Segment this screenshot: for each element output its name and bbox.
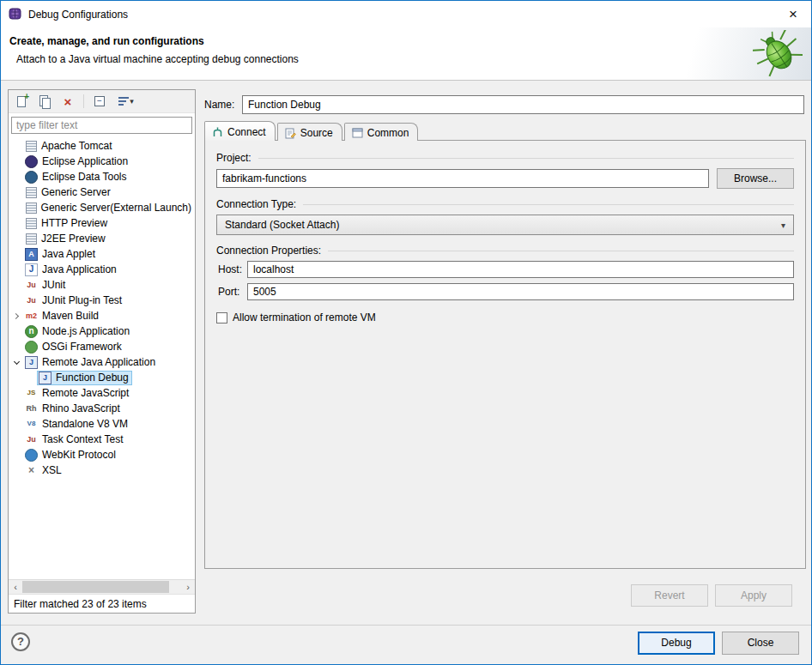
project-input[interactable] bbox=[216, 169, 709, 188]
tree-item[interactable]: Apache Tomcat bbox=[9, 138, 195, 154]
tree-item[interactable]: Generic Server bbox=[9, 184, 195, 200]
connection-type-section-label: Connection Type: bbox=[216, 198, 794, 210]
new-configuration-button[interactable]: + bbox=[14, 94, 29, 109]
toolbar-separator bbox=[83, 94, 84, 108]
connection-properties-section-label: Connection Properties: bbox=[216, 245, 794, 257]
browse-button[interactable]: Browse... bbox=[717, 168, 794, 189]
tree-item-label: Rhino JavaScript bbox=[42, 402, 120, 414]
tree-item[interactable]: HTTP Preview bbox=[9, 215, 195, 231]
chevron-down-icon: ▾ bbox=[781, 221, 785, 230]
tree-item-label: Function Debug bbox=[56, 372, 129, 384]
tree-item[interactable]: J2EE Preview bbox=[9, 231, 195, 246]
osgi-icon bbox=[25, 341, 38, 354]
tree-item[interactable]: Eclipse Application bbox=[9, 154, 195, 169]
rhino-icon: Rh bbox=[25, 402, 38, 415]
tree-item-label: Generic Server bbox=[41, 186, 111, 198]
tree-item-box: Generic Server(External Launch) bbox=[23, 201, 195, 215]
tree-item-box: ×XSL bbox=[23, 463, 65, 478]
scroll-left-icon[interactable]: ‹ bbox=[9, 581, 22, 594]
tree-item[interactable]: nNode.js Application bbox=[9, 323, 195, 339]
expander-cell[interactable] bbox=[10, 361, 23, 364]
revert-button[interactable]: Revert bbox=[631, 584, 708, 607]
duplicate-configuration-button[interactable] bbox=[37, 94, 52, 109]
tree-item[interactable]: Eclipse Data Tools bbox=[9, 169, 195, 184]
selected-tree-item-box: JFunction Debug bbox=[37, 371, 132, 385]
tree-item[interactable]: JJava Application bbox=[9, 262, 195, 277]
source-tab-icon bbox=[285, 128, 296, 139]
tree-item[interactable]: Generic Server(External Launch) bbox=[9, 200, 195, 215]
tab-connect-label: Connect bbox=[227, 126, 266, 138]
tree-item[interactable]: WebKit Protocol bbox=[9, 447, 195, 462]
host-input[interactable] bbox=[247, 261, 794, 278]
close-window-icon[interactable]: × bbox=[775, 1, 811, 27]
tree-item-label: JUnit Plug-in Test bbox=[42, 294, 122, 306]
name-input[interactable] bbox=[242, 95, 804, 114]
horizontal-scrollbar[interactable]: ‹ › bbox=[9, 579, 195, 594]
tree-item[interactable]: JuJUnit Plug-in Test bbox=[9, 293, 195, 308]
common-tab-icon bbox=[352, 128, 363, 138]
expander-cell[interactable] bbox=[10, 314, 23, 318]
server-icon bbox=[26, 187, 37, 198]
apply-button[interactable]: Apply bbox=[715, 584, 792, 607]
junit-plugin-icon: Ju bbox=[25, 294, 38, 307]
tree-item[interactable]: JuJUnit bbox=[9, 277, 195, 293]
tree-item-box: Generic Server bbox=[23, 185, 114, 200]
filter-menu-button[interactable]: ▾ bbox=[115, 94, 137, 109]
collapse-all-icon: − bbox=[94, 96, 105, 106]
tree-item-label: Node.js Application bbox=[42, 325, 130, 337]
tree-item-box: RhRhino JavaScript bbox=[23, 402, 124, 416]
node-icon: n bbox=[25, 325, 38, 338]
tree-item-label: JUnit bbox=[42, 279, 65, 291]
tree-item-label: Task Context Test bbox=[42, 433, 124, 445]
tree-item-label: Maven Build bbox=[42, 310, 99, 322]
tree-item[interactable]: JuTask Context Test bbox=[9, 432, 195, 447]
tree-item[interactable]: OSGi Framework bbox=[9, 339, 195, 354]
collapse-chevron-icon[interactable] bbox=[14, 358, 20, 364]
expand-chevron-icon[interactable] bbox=[13, 312, 19, 318]
revert-apply-row: Revert Apply bbox=[631, 584, 792, 607]
tree-item-box: JuTask Context Test bbox=[23, 432, 127, 447]
tree-item[interactable]: ×XSL bbox=[9, 462, 195, 478]
applet-icon: A bbox=[25, 248, 38, 261]
footer-separator bbox=[1, 625, 811, 626]
server-icon bbox=[26, 218, 37, 229]
tree-item-box: JuJUnit bbox=[23, 278, 69, 293]
name-label: Name: bbox=[204, 99, 242, 111]
duplicate-doc2-icon bbox=[42, 98, 51, 109]
filter-input[interactable] bbox=[11, 117, 192, 134]
tree-item[interactable]: JFunction Debug bbox=[9, 370, 195, 385]
help-button[interactable]: ? bbox=[11, 632, 30, 651]
tree-item-box: Apache Tomcat bbox=[23, 139, 116, 154]
tree-item-box: JuJUnit Plug-in Test bbox=[23, 293, 125, 308]
junit-icon: Ju bbox=[25, 279, 38, 292]
tree-item[interactable]: V8Standalone V8 VM bbox=[9, 416, 195, 432]
scrollbar-thumb[interactable] bbox=[22, 581, 169, 593]
delete-configuration-button[interactable]: × bbox=[60, 94, 76, 109]
plus-icon: + bbox=[24, 92, 29, 101]
close-button[interactable]: Close bbox=[722, 632, 799, 655]
tab-common[interactable]: Common bbox=[344, 123, 419, 141]
tree-item-label: Remote Java Application bbox=[42, 356, 155, 368]
project-row: Browse... bbox=[216, 168, 794, 189]
tree-item-box: OSGi Framework bbox=[23, 340, 125, 354]
collapse-all-button[interactable]: − bbox=[92, 94, 107, 109]
scrollbar-track[interactable] bbox=[22, 580, 181, 594]
tree-item[interactable]: AJava Applet bbox=[9, 246, 195, 262]
debug-button[interactable]: Debug bbox=[638, 632, 715, 655]
tree-item-label: OSGi Framework bbox=[42, 341, 122, 353]
scroll-right-icon[interactable]: › bbox=[181, 581, 195, 594]
allow-termination-checkbox[interactable] bbox=[216, 312, 227, 323]
tree-item[interactable]: JRemote Java Application bbox=[9, 354, 195, 370]
tab-source[interactable]: Source bbox=[277, 123, 342, 141]
tab-connect[interactable]: Connect bbox=[204, 121, 276, 141]
tree-item[interactable]: m2Maven Build bbox=[9, 308, 195, 323]
config-tabs: Connect Source Common bbox=[204, 121, 420, 141]
tree-item[interactable]: RhRhino JavaScript bbox=[9, 401, 195, 416]
tree-item[interactable]: JSRemote JavaScript bbox=[9, 385, 195, 401]
tree-item-box: HTTP Preview bbox=[23, 216, 111, 231]
tree-item-label: Eclipse Application bbox=[42, 155, 128, 167]
port-input[interactable] bbox=[247, 283, 794, 300]
port-row: Port: bbox=[216, 283, 794, 300]
tree-item-box: JJava Application bbox=[23, 263, 120, 277]
connection-type-select[interactable]: Standard (Socket Attach) ▾ bbox=[216, 215, 794, 235]
